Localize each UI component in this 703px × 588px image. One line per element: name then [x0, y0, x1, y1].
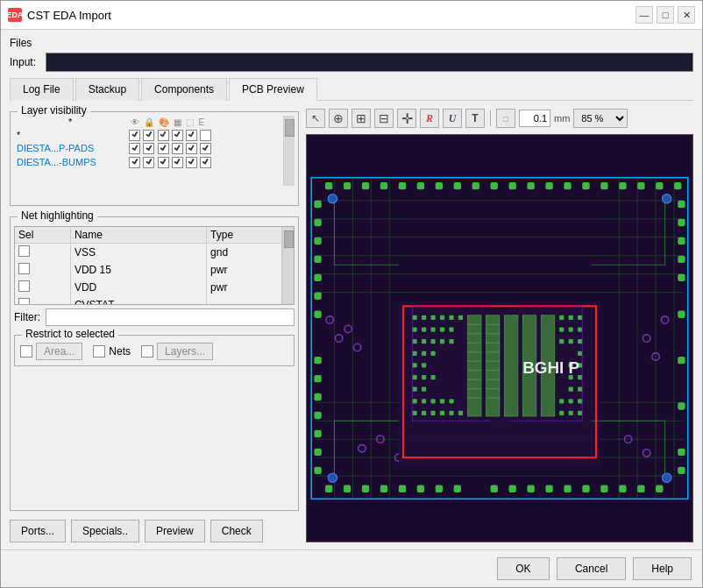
redo-tool[interactable]: U [443, 109, 462, 128]
restrict-layers-checkbox[interactable] [141, 345, 153, 358]
pattern-icon: ⬚ [184, 117, 195, 127]
chk-2-4[interactable] [172, 157, 183, 168]
move-tool[interactable]: ✛ [397, 109, 416, 128]
svg-rect-39 [656, 182, 663, 189]
eye-icon: 👁 [129, 117, 141, 127]
restrict-box: Restrict to selected Area... Nets [14, 335, 295, 366]
svg-rect-186 [467, 315, 481, 416]
zoom-fit-tool[interactable]: ⊟ [374, 109, 394, 128]
chk-1-1[interactable] [129, 143, 140, 154]
chk-s3[interactable] [158, 130, 169, 141]
svg-rect-22 [344, 182, 351, 189]
svg-rect-43 [362, 485, 369, 492]
svg-rect-187 [486, 315, 500, 416]
svg-rect-57 [637, 485, 644, 492]
chk-2-5[interactable] [186, 157, 197, 168]
minimize-button[interactable]: — [636, 6, 653, 24]
zoom-fit-h-tool[interactable]: ⊞ [352, 109, 371, 128]
svg-rect-158 [422, 399, 426, 403]
specials-button[interactable]: Specials.. [71, 520, 139, 542]
svg-rect-156 [578, 387, 582, 392]
chk-1-4[interactable] [172, 143, 183, 154]
svg-rect-77 [678, 274, 685, 281]
chk-1-5[interactable] [186, 143, 197, 154]
restrict-area-button[interactable]: Area... [36, 343, 82, 360]
net-checkbox-3[interactable] [18, 280, 30, 292]
toolbar: ↖ ⊕ ⊞ ⊟ ✛ R U T □ mm 85 % 50 % 100 % [306, 106, 693, 131]
title-controls: — □ ✕ [636, 6, 695, 24]
pcb-canvas[interactable]: BGHI P [306, 134, 693, 542]
ports-button[interactable]: Ports... [10, 520, 66, 542]
file-input[interactable] [46, 53, 693, 72]
svg-rect-54 [582, 485, 589, 492]
layer-link-1[interactable]: DIESTA...P-PADS [17, 143, 94, 153]
net-sel-cell [15, 279, 70, 296]
svg-rect-64 [314, 293, 321, 300]
layer-visibility-table: * 👁 🔒 🎨 ▦ ⬚ [14, 116, 242, 169]
table-row: CVSTAT... [15, 296, 282, 304]
lv-star-cell: * [14, 128, 126, 142]
svg-rect-169 [430, 411, 435, 415]
table-row: DIESTA...-BUMPS [14, 155, 242, 169]
chk-s5[interactable] [186, 130, 197, 141]
net-table-area: Sel Name Type VSS gnd [14, 226, 295, 305]
dimension-input[interactable] [519, 110, 550, 127]
chk-2-6[interactable] [200, 157, 211, 168]
layer-vis-scrollbar[interactable] [283, 116, 295, 186]
preview-button[interactable]: Preview [145, 520, 205, 542]
color-icon: 🎨 [157, 117, 171, 127]
zoom-select[interactable]: 85 % 50 % 100 % 150 % 200 % [573, 109, 628, 128]
lv-name-cell: DIESTA...-BUMPS [14, 155, 126, 169]
net-checkbox-2[interactable] [18, 263, 30, 274]
text-tool[interactable]: T [465, 109, 485, 128]
restrict-area-checkbox[interactable] [20, 345, 32, 358]
undo-tool[interactable]: R [420, 109, 439, 128]
tab-stackup[interactable]: Stackup [75, 78, 139, 101]
chk-1-6[interactable] [200, 143, 211, 154]
filter-input[interactable] [46, 308, 295, 326]
svg-rect-165 [569, 399, 573, 403]
restrict-nets-checkbox[interactable] [93, 345, 105, 358]
svg-rect-170 [440, 411, 444, 415]
net-checkbox-1[interactable] [18, 245, 30, 257]
chk-2-2[interactable] [143, 157, 154, 168]
chk-1-3[interactable] [158, 143, 169, 154]
chk-1-2[interactable] [143, 143, 154, 154]
svg-rect-36 [600, 182, 607, 189]
check-button[interactable]: Check [210, 520, 263, 542]
chk-s1[interactable] [129, 130, 140, 141]
restrict-layers-button[interactable]: Layers... [157, 343, 213, 360]
svg-rect-137 [559, 339, 564, 344]
chk-s2[interactable] [143, 130, 154, 141]
svg-rect-82 [678, 467, 685, 474]
zoom-in-tool[interactable]: ⊕ [329, 109, 348, 128]
layer-vis-table-wrap[interactable]: * 👁 🔒 🎨 ▦ ⬚ [14, 116, 283, 186]
tab-log-file[interactable]: Log File [10, 78, 74, 101]
svg-rect-76 [678, 256, 685, 263]
net-checkbox-4[interactable] [18, 298, 30, 304]
maximize-button[interactable]: □ [657, 6, 674, 24]
svg-rect-120 [449, 327, 453, 331]
cancel-button[interactable]: Cancel [557, 557, 626, 580]
tab-components[interactable]: Components [141, 78, 227, 101]
svg-rect-53 [564, 485, 571, 492]
chk-s4[interactable] [172, 130, 183, 141]
chk-2-1[interactable] [129, 157, 140, 168]
cursor-tool[interactable]: ↖ [306, 109, 325, 128]
svg-point-210 [328, 195, 337, 203]
net-table-inner: Sel Name Type VSS gnd [15, 227, 282, 304]
svg-rect-49 [491, 485, 498, 492]
layer-link-2[interactable]: DIESTA...-BUMPS [17, 157, 96, 167]
svg-rect-34 [564, 182, 571, 189]
chk-s6[interactable] [200, 130, 211, 141]
tab-pcb-preview[interactable]: PCB Preview [229, 78, 317, 101]
net-scroll-thumb[interactable] [284, 230, 294, 248]
scroll-thumb[interactable] [285, 119, 295, 137]
chk-2-3[interactable] [158, 157, 169, 168]
help-button[interactable]: Help [633, 557, 692, 580]
close-button[interactable]: ✕ [678, 6, 695, 24]
svg-rect-149 [422, 375, 426, 379]
svg-rect-148 [412, 375, 416, 379]
ok-button[interactable]: OK [497, 557, 550, 580]
net-scrollbar[interactable] [282, 227, 294, 304]
